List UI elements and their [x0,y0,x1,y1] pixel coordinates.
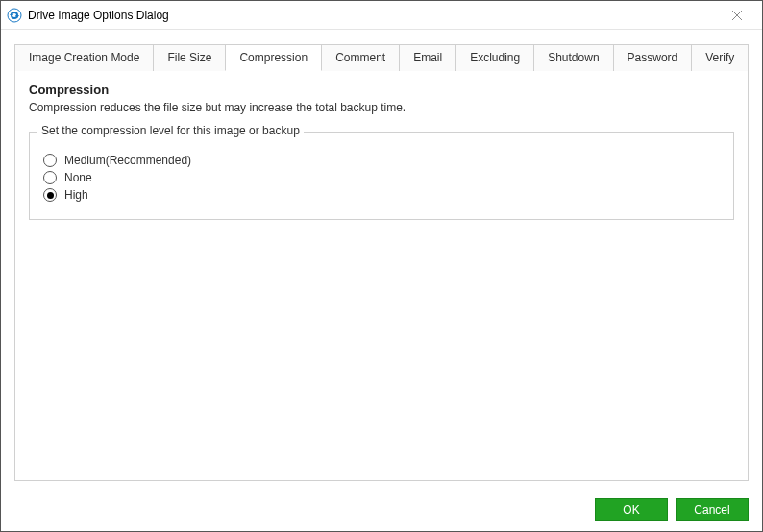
radio-option-none[interactable]: None [43,171,720,184]
radio-option-high[interactable]: High [43,188,720,202]
tab-file-size[interactable]: File Size [153,44,226,71]
radio-icon [43,188,57,202]
tab-compression[interactable]: Compression [225,44,322,71]
cancel-button[interactable]: Cancel [676,498,749,521]
radio-icon [43,171,57,184]
tab-verify[interactable]: Verify [691,44,749,71]
dialog-content: Image Creation Mode File Size Compressio… [1,30,762,489]
tab-email[interactable]: Email [399,44,456,71]
window-title: Drive Image Options Dialog [28,9,718,22]
section-title: Compression [29,83,734,97]
radio-label: Medium(Recommended) [64,154,191,167]
dialog-footer: OK Cancel [1,489,762,531]
ok-button[interactable]: OK [595,498,668,521]
fieldset-legend: Set the compression level for this image… [37,124,304,137]
tab-password[interactable]: Password [613,44,693,71]
section-description: Compression reduces the file size but ma… [29,101,734,114]
tab-shutdown[interactable]: Shutdown [533,44,613,71]
tab-panel-compression: Compression Compression reduces the file… [14,71,749,481]
radio-option-medium[interactable]: Medium(Recommended) [43,154,720,167]
tab-bar: Image Creation Mode File Size Compressio… [14,43,749,71]
radio-label: None [64,171,92,184]
radio-label: High [64,188,88,202]
titlebar: Drive Image Options Dialog [1,1,762,30]
close-button[interactable] [718,2,756,29]
tab-comment[interactable]: Comment [321,44,400,71]
radio-icon [43,154,57,167]
compression-fieldset: Set the compression level for this image… [29,132,734,220]
app-icon [7,8,22,23]
tab-excluding[interactable]: Excluding [455,44,534,71]
tab-image-creation-mode[interactable]: Image Creation Mode [14,44,154,71]
dialog-window: Drive Image Options Dialog Image Creatio… [0,0,763,532]
